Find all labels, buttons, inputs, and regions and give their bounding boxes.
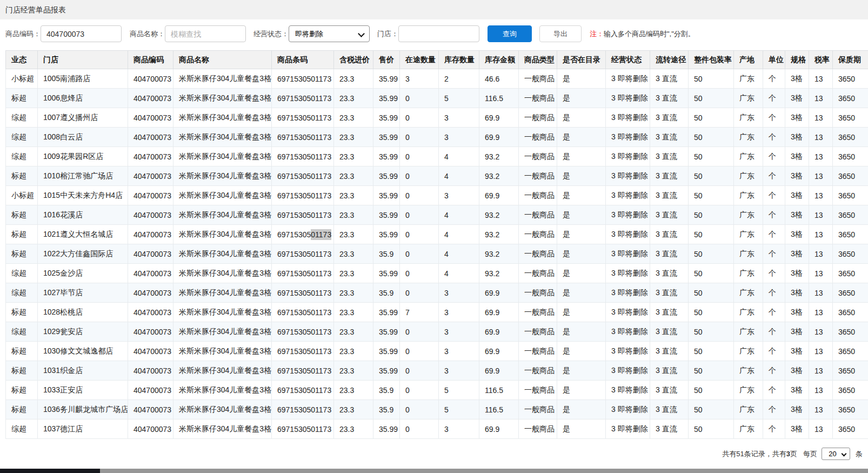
column-header: 整件包装率 <box>689 51 734 69</box>
table-row: 标超1006息烽店404700073米斯米豚仔304儿童餐盘3格69715305… <box>6 89 868 108</box>
table-cell: 404700073 <box>128 264 173 283</box>
table-cell: 一般商品 <box>519 400 557 419</box>
table-cell: 一般商品 <box>519 108 557 128</box>
table-cell: 4 <box>439 166 479 186</box>
table-cell: 广东 <box>734 225 763 244</box>
table-cell: 个 <box>763 128 785 147</box>
table-cell: 标超 <box>6 303 38 322</box>
table-cell: 0 <box>400 322 439 342</box>
table-cell: 广东 <box>734 283 763 303</box>
table-cell: 3650 <box>833 381 868 400</box>
table-cell: 4 <box>439 244 479 264</box>
table-cell: 13 <box>809 361 833 381</box>
table-cell: 小标超 <box>6 186 38 205</box>
table-cell: 3 即将删除 <box>606 322 650 342</box>
table-cell: 3650 <box>833 108 868 128</box>
table-row: 标超1022大方佳鑫国际店404700073米斯米豚仔304儿童餐盘3格6971… <box>6 244 868 264</box>
table-cell: 23.3 <box>334 108 373 128</box>
table-cell: 35.99 <box>373 108 400 128</box>
table-cell: 一般商品 <box>519 225 557 244</box>
table-cell: 50 <box>689 89 734 108</box>
table-cell: 是 <box>557 342 606 361</box>
query-button[interactable]: 查询 <box>488 25 532 42</box>
table-cell: 3格 <box>785 419 809 439</box>
table-cell: 1010榕江常驰广场店 <box>38 166 128 186</box>
table-cell: 50 <box>689 342 734 361</box>
table-cell: 0 <box>400 186 439 205</box>
table-cell: 标超 <box>6 89 38 108</box>
table-cell: 3 即将删除 <box>606 225 650 244</box>
scrollbar-thumb[interactable] <box>0 469 100 473</box>
table-cell: 一般商品 <box>519 244 557 264</box>
table-cell: 6971530501173 <box>272 303 334 322</box>
table-cell: 6971530501173 <box>272 361 334 381</box>
table-cell: 4 <box>439 264 479 283</box>
table-cell: 广东 <box>734 128 763 147</box>
table-cell: 50 <box>689 205 734 225</box>
table-cell: 小标超 <box>6 69 38 89</box>
table-cell: 46.6 <box>479 69 519 89</box>
table-cell: 一般商品 <box>519 322 557 342</box>
table-cell: 3 即将删除 <box>606 342 650 361</box>
table-cell: 35.99 <box>373 264 400 283</box>
table-cell: 50 <box>689 147 734 166</box>
table-cell: 1015中天未来方舟H4店 <box>38 186 128 205</box>
table-cell: 3格 <box>785 283 809 303</box>
table-cell: 23.3 <box>334 419 373 439</box>
table-cell: 13 <box>809 381 833 400</box>
store-input[interactable] <box>398 25 479 42</box>
table-cell: 3 即将删除 <box>606 264 650 283</box>
horizontal-scrollbar[interactable] <box>0 469 868 473</box>
table-cell: 35.99 <box>373 147 400 166</box>
table-cell: 23.3 <box>334 361 373 381</box>
table-cell: 一般商品 <box>519 69 557 89</box>
column-header: 流转途径 <box>650 51 689 69</box>
table-cell: 4 <box>439 147 479 166</box>
table-cell: 0 <box>400 128 439 147</box>
table-cell: 标超 <box>6 342 38 361</box>
note-prefix: 注： <box>590 30 604 38</box>
table-cell: 是 <box>557 419 606 439</box>
column-header: 产地 <box>734 51 763 69</box>
table-cell: 个 <box>763 205 785 225</box>
table-cell: 1027毕节店 <box>38 283 128 303</box>
status-select[interactable]: 即将删除 <box>289 25 370 42</box>
table-row: 标超1021遵义大恒名城店404700073米斯米豚仔304儿童餐盘3格6971… <box>6 225 868 244</box>
table-cell: 50 <box>689 419 734 439</box>
table-cell: 3 <box>439 283 479 303</box>
table-cell: 一般商品 <box>519 303 557 322</box>
table-cell: 3650 <box>833 303 868 322</box>
table-cell: 35.99 <box>373 89 400 108</box>
table-cell: 35.99 <box>373 322 400 342</box>
export-button[interactable]: 导出 <box>539 25 582 42</box>
table-cell: 标超 <box>6 225 38 244</box>
table-cell: 3 直流 <box>650 128 689 147</box>
table-cell: 3 即将删除 <box>606 186 650 205</box>
column-header: 经营状态 <box>606 51 650 69</box>
table-cell: 3 直流 <box>650 108 689 128</box>
table-cell: 是 <box>557 89 606 108</box>
table-cell: 13 <box>809 186 833 205</box>
table-cell: 1016花溪店 <box>38 205 128 225</box>
product-code-input[interactable] <box>41 25 122 42</box>
page-size-select[interactable]: 20 <box>822 448 850 460</box>
table-cell: 广东 <box>734 264 763 283</box>
table-cell: 404700073 <box>128 186 173 205</box>
table-cell: 一般商品 <box>519 283 557 303</box>
table-cell: 3格 <box>785 186 809 205</box>
product-name-input[interactable] <box>165 25 246 42</box>
table-cell: 3 直流 <box>650 322 689 342</box>
table-cell: 一般商品 <box>519 264 557 283</box>
column-header: 单位 <box>763 51 785 69</box>
table-cell: 3格 <box>785 264 809 283</box>
table-cell: 35.9 <box>373 283 400 303</box>
table-cell: 35.99 <box>373 419 400 439</box>
filter-bar: 商品编码： 商品名称： 经营状态： 即将删除 门店： 查询 导出 注：输入多个商… <box>5 25 868 43</box>
table-cell: 1006息烽店 <box>38 89 128 108</box>
column-header: 商品编码 <box>128 51 173 69</box>
column-header: 商品类型 <box>519 51 557 69</box>
table-cell: 13 <box>809 264 833 283</box>
table-cell: 是 <box>557 400 606 419</box>
table-cell: 3 <box>439 419 479 439</box>
table-cell: 0 <box>400 244 439 264</box>
